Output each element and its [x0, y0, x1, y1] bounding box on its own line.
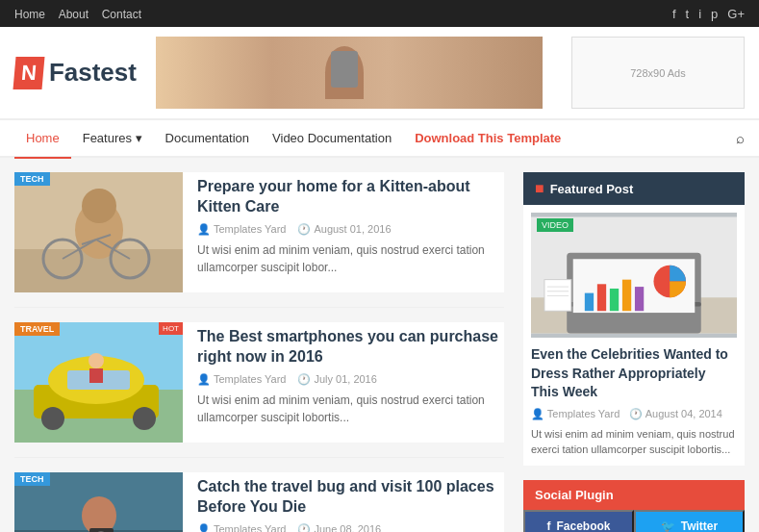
- featured-post-image: VIDEO: [531, 213, 737, 338]
- twitter-icon: 🐦: [661, 519, 675, 532]
- featured-post-section: ■ Featured Post: [523, 172, 745, 466]
- post-meta-1: 👤 Templates Yard 🕐 August 01, 2016: [197, 223, 504, 236]
- featured-excerpt: Ut wisi enim ad minim veniam, quis nostr…: [531, 426, 737, 458]
- divider-1: [14, 307, 504, 308]
- content-area: TECH Prepare your home for a Kitten-abou…: [0, 158, 759, 532]
- header-banner: [156, 37, 543, 109]
- svg-rect-34: [635, 287, 644, 311]
- post-author-1: 👤 Templates Yard: [197, 223, 286, 236]
- facebook-icon: f: [546, 519, 550, 532]
- post-meta-3: 👤 Templates Yard 🕐 June 08, 2016: [197, 523, 504, 532]
- header: N Fastest 728x90 Ads: [0, 27, 759, 119]
- top-nav-contact[interactable]: Contact: [102, 8, 141, 21]
- twitter-button[interactable]: 🐦 Twitter: [634, 510, 745, 532]
- svg-rect-17: [89, 368, 103, 383]
- nav-documentation[interactable]: Documentation: [154, 120, 261, 159]
- social-plugin-section: Social Plugin f Facebook 🐦 Twitter: [523, 480, 745, 532]
- post-tag-1: TECH: [14, 172, 50, 186]
- post-meta-2: 👤 Templates Yard 🕐 July 01, 2016: [197, 373, 504, 386]
- svg-point-13: [41, 407, 64, 430]
- svg-rect-31: [597, 284, 606, 311]
- facebook-button[interactable]: f Facebook: [523, 510, 634, 532]
- featured-accent: ■: [535, 180, 544, 197]
- social-buttons: f Facebook 🐦 Twitter: [523, 510, 745, 532]
- post-excerpt-2: Ut wisi enim ad minim veniam, quis nostr…: [197, 392, 504, 426]
- post-author-2: 👤 Templates Yard: [197, 373, 286, 386]
- post-author-3: 👤 Templates Yard: [197, 523, 286, 532]
- post-thumb-1: TECH: [14, 172, 183, 292]
- pinterest-icon-top[interactable]: p: [711, 7, 718, 21]
- post-title-2[interactable]: The Best smartphones you can purchase ri…: [197, 327, 504, 367]
- top-nav-about[interactable]: About: [59, 8, 89, 21]
- main-nav: Home Features ▾ Documentation Video Docu…: [0, 119, 759, 158]
- featured-meta: 👤 Templates Yard 🕐 August 04, 2014: [531, 408, 737, 420]
- post-hot-tag: HOT: [159, 322, 183, 335]
- video-tag: VIDEO: [537, 218, 573, 232]
- top-bar: Home About Contact f t i p G+: [0, 0, 759, 27]
- featured-author: 👤 Templates Yard: [531, 408, 620, 420]
- post-date-1: 🕐 August 01, 2016: [297, 223, 391, 236]
- social-plugin-header: Social Plugin: [523, 480, 745, 510]
- post-thumb-3: TECH: [14, 472, 183, 532]
- header-ad: 728x90 Ads: [571, 37, 745, 109]
- post-info-1: Prepare your home for a Kitten-about Kit…: [197, 172, 504, 281]
- nav-home[interactable]: Home: [14, 120, 71, 159]
- post-date-2: 🕐 July 01, 2016: [297, 373, 376, 386]
- social-icons-top: f t i p G+: [672, 7, 745, 21]
- post-tag-2: TRAVEL: [14, 322, 60, 336]
- divider-2: [14, 457, 504, 458]
- post-card-2: TRAVEL HOT The Best smartphones you can …: [14, 322, 504, 443]
- post-title-3[interactable]: Catch the travel bug and visit 100 place…: [197, 477, 504, 518]
- facebook-icon-top[interactable]: f: [672, 7, 676, 21]
- top-nav-home[interactable]: Home: [14, 8, 45, 21]
- svg-rect-30: [585, 293, 594, 312]
- instagram-icon-top[interactable]: i: [698, 7, 701, 21]
- post-card: TECH Prepare your home for a Kitten-abou…: [14, 172, 504, 292]
- featured-post-header: ■ Featured Post: [523, 172, 745, 205]
- logo-text: Fastest: [49, 58, 137, 88]
- featured-date: 🕐 August 04, 2014: [629, 408, 722, 420]
- post-excerpt-1: Ut wisi enim ad minim veniam, quis nostr…: [197, 241, 504, 276]
- twitter-icon-top[interactable]: t: [686, 7, 690, 21]
- svg-point-3: [82, 189, 116, 223]
- post-info-3: Catch the travel bug and visit 100 place…: [197, 472, 504, 532]
- featured-post-title[interactable]: Even the Celebrities Wanted to Dress Rat…: [531, 345, 737, 402]
- post-title-1[interactable]: Prepare your home for a Kitten-about Kit…: [197, 177, 504, 217]
- post-date-3: 🕐 June 08, 2016: [297, 523, 381, 532]
- svg-point-16: [89, 353, 104, 368]
- post-info-2: The Best smartphones you can purchase ri…: [197, 322, 504, 431]
- post-tag-3: TECH: [14, 472, 50, 486]
- main-posts: TECH Prepare your home for a Kitten-abou…: [14, 172, 504, 532]
- sidebar: ■ Featured Post: [523, 172, 745, 532]
- logo-icon: N: [13, 57, 45, 89]
- svg-rect-32: [610, 289, 619, 311]
- top-nav: Home About Contact: [14, 7, 151, 21]
- svg-rect-33: [622, 280, 631, 312]
- post-thumb-2: TRAVEL HOT: [14, 322, 183, 443]
- nav-video-doc[interactable]: Video Documentation: [261, 120, 403, 159]
- search-icon[interactable]: ⌕: [736, 130, 745, 146]
- googleplus-icon-top[interactable]: G+: [727, 7, 745, 21]
- logo[interactable]: N Fastest: [14, 57, 137, 89]
- svg-point-14: [133, 407, 156, 430]
- post-card-3: TECH Catch the travel bug and visit 100 …: [14, 472, 504, 532]
- nav-features[interactable]: Features ▾: [71, 120, 154, 159]
- nav-download[interactable]: Download This Template: [403, 120, 572, 159]
